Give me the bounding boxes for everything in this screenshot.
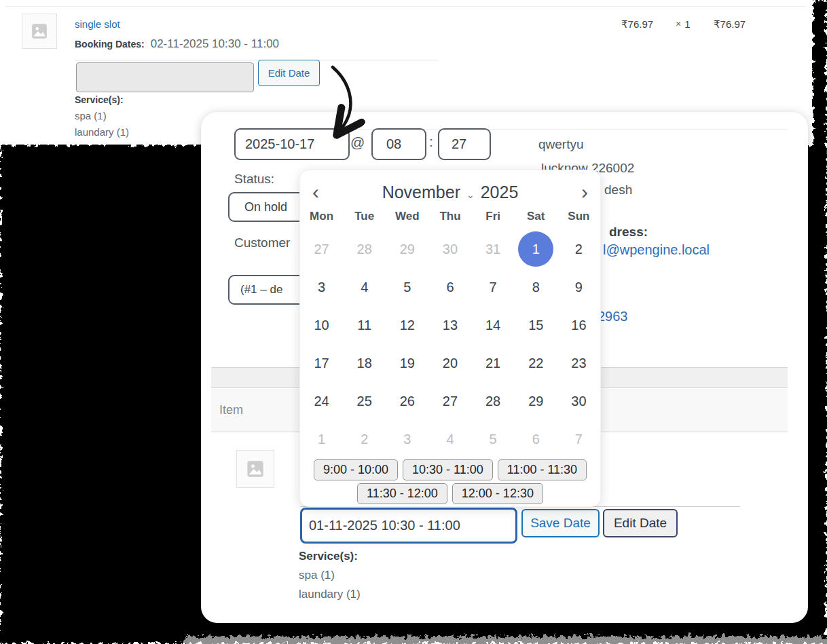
calendar-day[interactable]: 28	[343, 230, 386, 268]
calendar-day[interactable]: 1	[300, 420, 343, 458]
calendar-day[interactable]: 21	[472, 344, 515, 382]
weekday-label: Sat	[515, 210, 557, 223]
service-item: laundary (1)	[299, 588, 361, 601]
calendar-day[interactable]: 3	[386, 420, 428, 458]
calendar-day-selected[interactable]: 1	[515, 230, 557, 268]
calendar-day[interactable]: 5	[386, 268, 428, 306]
calendar-header: ‹ November ⌄ 2025 ›	[300, 178, 600, 206]
calendar-day[interactable]: 14	[472, 306, 515, 344]
chevron-down-icon[interactable]: ⌄	[466, 189, 475, 200]
calendar-day[interactable]: 26	[386, 382, 428, 420]
product-image-placeholder-icon	[22, 14, 57, 49]
calendar-month-dropdown[interactable]: November	[382, 183, 460, 202]
datepicker-popup: ‹ November ⌄ 2025 › MonTueWedThuFriSatSu…	[299, 170, 601, 507]
row-divider	[5, 6, 807, 7]
calendar-day[interactable]: 30	[557, 382, 600, 420]
order-status-value: On hold	[244, 200, 287, 214]
calendar-day[interactable]: 4	[428, 420, 471, 458]
calendar-day[interactable]: 7	[472, 268, 515, 306]
next-month-icon[interactable]: ›	[569, 180, 600, 204]
booking-section-divider	[75, 60, 438, 60]
customer-value: (#1 – de	[240, 283, 282, 297]
billing-address-line: qwertyu	[538, 137, 584, 152]
calendar-day[interactable]: 2	[557, 230, 600, 268]
product-link[interactable]: single slot	[75, 18, 120, 30]
calendar-day[interactable]: 30	[428, 230, 471, 268]
item-cost: ₹76.97	[621, 18, 653, 31]
calendar-day[interactable]: 4	[343, 268, 386, 306]
email-address-label-fragment: dress:	[609, 225, 648, 240]
calendar-day[interactable]: 29	[515, 382, 557, 420]
edit-date-button[interactable]: Edit Date	[603, 509, 678, 537]
calendar-day[interactable]: 27	[428, 382, 471, 420]
save-date-button[interactable]: Save Date	[521, 509, 600, 537]
calendar-day[interactable]: 9	[557, 268, 600, 306]
order-hour-input[interactable]	[371, 128, 426, 160]
calendar-day[interactable]: 31	[472, 230, 515, 268]
calendar-month-year: November ⌄ 2025	[331, 183, 569, 202]
at-separator: @	[350, 134, 365, 151]
calendar-days: 2728293031123456789101112131415161718192…	[300, 230, 600, 458]
calendar-day[interactable]: 6	[428, 268, 471, 306]
calendar-day[interactable]: 27	[300, 230, 343, 268]
calendar-day[interactable]: 6	[515, 420, 557, 458]
billing-email-link[interactable]: l@wpengine.local	[603, 242, 710, 258]
billing-phone-link[interactable]: 2963	[598, 309, 628, 324]
status-label: Status:	[234, 172, 274, 187]
services-label: Service(s):	[299, 550, 358, 563]
booking-date-edit-input[interactable]	[300, 508, 517, 544]
calendar-day[interactable]: 12	[386, 306, 428, 344]
booking-dates-label: Booking Dates:	[75, 39, 145, 50]
calendar-day[interactable]: 3	[300, 268, 343, 306]
calendar-day[interactable]: 5	[472, 420, 515, 458]
time-slot-button[interactable]: 11:00 - 11:30	[498, 459, 587, 480]
time-slot-button[interactable]: 12:00 - 12:30	[452, 483, 543, 504]
calendar-day[interactable]: 25	[343, 382, 386, 420]
time-separator: :	[429, 134, 433, 150]
calendar-day[interactable]: 8	[515, 268, 557, 306]
calendar-day[interactable]: 20	[428, 344, 471, 382]
service-item: laundary (1)	[75, 126, 129, 138]
customer-label: Customer	[234, 235, 290, 250]
billing-state-fragment: desh	[604, 183, 632, 197]
calendar-day[interactable]: 16	[557, 306, 600, 344]
calendar-year[interactable]: 2025	[481, 183, 519, 202]
calendar-day[interactable]: 28	[472, 382, 515, 420]
product-image-placeholder-icon	[236, 450, 274, 488]
calendar-day[interactable]: 24	[300, 382, 343, 420]
item-quantity: × 1	[676, 18, 691, 30]
time-slot-button[interactable]: 10:30 - 11:00	[403, 459, 493, 480]
calendar-day[interactable]: 15	[515, 306, 557, 344]
slot-row-1: 11:30 - 12:0012:00 - 12:30	[300, 483, 600, 504]
time-slot-button[interactable]: 11:30 - 12:00	[357, 483, 447, 504]
time-slot-button[interactable]: 9:00 - 10:00	[314, 459, 398, 480]
gray-backdrop-strip	[185, 637, 827, 644]
calendar-day[interactable]: 7	[557, 420, 600, 458]
booking-dates-value: 02-11-2025 10:30 - 11:00	[151, 37, 279, 51]
prev-month-icon[interactable]: ‹	[300, 180, 331, 204]
calendar-day[interactable]: 18	[343, 344, 386, 382]
weekday-label: Tue	[343, 210, 386, 223]
item-total: ₹76.97	[714, 18, 746, 31]
calendar-day[interactable]: 23	[557, 344, 600, 382]
calendar-day[interactable]: 22	[515, 344, 557, 382]
service-item: spa (1)	[75, 110, 107, 121]
calendar-day[interactable]: 11	[343, 306, 386, 344]
calendar-day[interactable]: 10	[300, 306, 343, 344]
calendar-day[interactable]: 19	[386, 344, 428, 382]
calendar-day[interactable]: 29	[386, 230, 428, 268]
weekday-label: Fri	[472, 210, 515, 223]
order-date-input[interactable]	[234, 128, 350, 160]
calendar-day[interactable]: 13	[428, 306, 471, 344]
calendar-weekdays: MonTueWedThuFriSatSun	[300, 210, 600, 223]
booking-date-display-input[interactable]	[76, 62, 254, 92]
edit-date-button-top[interactable]: Edit Date	[258, 60, 320, 86]
multiply-sign: ×	[676, 18, 681, 30]
booking-dates-row: Booking Dates: 02-11-2025 10:30 - 11:00	[75, 37, 279, 51]
item-column-header: Item	[211, 403, 243, 417]
order-minute-input[interactable]	[438, 128, 491, 160]
calendar-day[interactable]: 17	[300, 344, 343, 382]
weekday-label: Thu	[428, 210, 471, 223]
calendar-day[interactable]: 2	[343, 420, 386, 458]
quantity-value: 1	[684, 18, 690, 30]
